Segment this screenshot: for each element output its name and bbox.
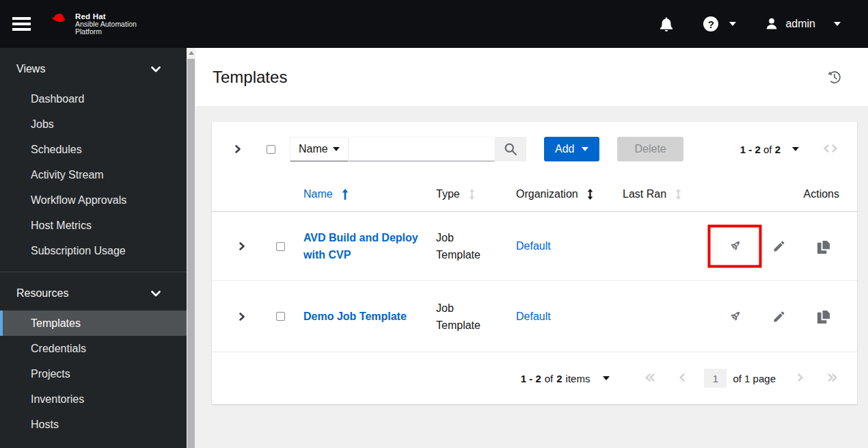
nav-toggle-button[interactable] xyxy=(12,14,33,34)
column-header-name[interactable]: Name xyxy=(295,188,436,200)
filter-key-select[interactable]: Name xyxy=(290,137,349,161)
sidebar-item-templates[interactable]: Templates xyxy=(0,311,187,336)
per-page-dropdown-toggle[interactable] xyxy=(781,147,799,151)
edit-template-button[interactable] xyxy=(771,238,787,254)
chevron-right-icon xyxy=(233,144,243,154)
filter-key-label: Name xyxy=(299,143,328,155)
row-checkbox[interactable] xyxy=(276,312,285,321)
chevron-right-icon xyxy=(237,241,247,251)
search-input[interactable] xyxy=(349,137,495,161)
masthead: Red Hat Ansible Automation Platform ? xyxy=(0,0,868,48)
table-row: AVD Build and Deploy with CVP Job Templa… xyxy=(212,212,857,281)
sort-arrow-up-icon xyxy=(342,189,349,200)
table-toolbar: Name Add Delete 1 - 2 of 2 xyxy=(212,122,857,176)
page-count-label: of 1 page xyxy=(733,373,776,384)
caret-down-icon xyxy=(582,147,588,151)
next-page-button[interactable] xyxy=(830,144,839,155)
chevron-left-icon xyxy=(678,373,686,382)
launch-template-button[interactable] xyxy=(727,308,743,325)
question-circle-icon: ? xyxy=(703,16,718,31)
sidebar-scrollbar[interactable] xyxy=(187,48,195,448)
sidebar-item-inventories[interactable]: Inventories xyxy=(0,386,187,412)
search-submit-button[interactable] xyxy=(495,137,526,161)
row-expand-button[interactable] xyxy=(230,304,254,329)
pencil-icon xyxy=(772,239,786,253)
sidebar-item-jobs[interactable]: Jobs xyxy=(0,111,187,137)
rocket-icon xyxy=(724,235,745,256)
delete-button[interactable]: Delete xyxy=(617,137,683,161)
next-page-button[interactable] xyxy=(796,373,804,384)
nav-section-views[interactable]: Views xyxy=(0,57,187,81)
copy-template-button[interactable] xyxy=(815,308,832,325)
pagination-of: of xyxy=(763,144,772,155)
table-row: Demo Job Template Job Template Default xyxy=(212,281,857,352)
redhat-fedora-icon xyxy=(53,14,70,25)
sort-both-icon xyxy=(469,189,475,200)
bottom-pagination: 1 - 2 of 2 items 1 of 1 page xyxy=(212,352,857,404)
last-page-button[interactable] xyxy=(826,373,839,384)
scrollbar-thumb[interactable] xyxy=(187,59,195,448)
sidebar-item-host-metrics[interactable]: Host Metrics xyxy=(0,213,187,238)
pencil-icon xyxy=(772,310,786,324)
table-header-row: Name Type Organization Last Ran Actions xyxy=(212,176,857,212)
first-page-button[interactable] xyxy=(644,373,656,384)
caret-down-icon xyxy=(729,22,736,26)
page-title: Templates xyxy=(213,68,287,87)
column-header-organization[interactable]: Organization xyxy=(516,188,623,200)
per-page-dropdown-toggle[interactable] xyxy=(593,376,610,380)
template-name-link[interactable]: AVD Build and Deploy with CVP xyxy=(303,229,421,263)
scroll-up-arrow-icon xyxy=(189,51,194,55)
select-all-checkbox[interactable] xyxy=(267,145,275,154)
templates-card: Name Add Delete 1 - 2 of 2 xyxy=(212,122,857,404)
copy-template-button[interactable] xyxy=(815,238,832,254)
chevron-right-icon xyxy=(237,312,247,321)
sidebar-item-dashboard[interactable]: Dashboard xyxy=(0,86,187,111)
sidebar-item-workflow-approvals[interactable]: Workflow Approvals xyxy=(0,187,187,213)
sidebar-item-activity-stream[interactable]: Activity Stream xyxy=(0,162,187,187)
activity-history-button[interactable] xyxy=(827,70,842,85)
prev-page-button[interactable] xyxy=(822,144,830,155)
scrollbar-up-button[interactable] xyxy=(187,48,195,58)
search-icon xyxy=(504,142,517,156)
organization-link[interactable]: Default xyxy=(516,240,623,252)
organization-link[interactable]: Default xyxy=(516,311,623,323)
column-header-last-ran[interactable]: Last Ran xyxy=(623,188,718,200)
user-name: admin xyxy=(785,18,815,30)
help-dropdown-toggle[interactable] xyxy=(729,22,736,26)
help-button[interactable]: ? xyxy=(703,16,718,31)
prev-page-button[interactable] xyxy=(678,373,686,384)
launch-template-button[interactable] xyxy=(727,238,743,254)
rocket-icon xyxy=(724,306,745,327)
pagination-summary: 1 - 2 of 2 xyxy=(740,144,781,155)
sidebar-item-hosts[interactable]: Hosts xyxy=(0,412,187,437)
notifications-button[interactable] xyxy=(660,16,673,32)
nav-section-resources[interactable]: Resources xyxy=(0,282,187,305)
sidebar-item-credentials[interactable]: Credentials xyxy=(0,336,187,361)
user-menu-button[interactable]: admin xyxy=(765,17,841,31)
row-expand-button[interactable] xyxy=(230,234,254,259)
brand-line3: Platform xyxy=(75,28,137,36)
template-type: Job Template xyxy=(436,300,488,334)
template-name-link[interactable]: Demo Job Template xyxy=(303,308,421,325)
caret-down-icon xyxy=(603,376,610,380)
chevron-down-icon xyxy=(151,66,161,73)
chevron-down-icon xyxy=(151,291,161,297)
pagination-total: 2 xyxy=(556,373,562,384)
add-button[interactable]: Add xyxy=(544,137,599,161)
user-icon xyxy=(765,17,778,31)
row-checkbox[interactable] xyxy=(276,242,285,251)
bell-icon xyxy=(660,16,673,32)
sidebar-item-schedules[interactable]: Schedules xyxy=(0,137,187,162)
edit-template-button[interactable] xyxy=(771,308,787,325)
sidebar-item-subscription-usage[interactable]: Subscription Usage xyxy=(0,238,187,263)
expand-all-button[interactable] xyxy=(226,137,250,161)
pagination-total: 2 xyxy=(775,144,781,155)
pagination-range: 1 - 2 xyxy=(740,144,761,155)
top-pagination: 1 - 2 of 2 xyxy=(740,144,839,155)
column-header-type[interactable]: Type xyxy=(436,188,516,200)
caret-down-icon xyxy=(834,22,841,26)
page-header: Templates xyxy=(195,48,868,106)
current-page-input[interactable]: 1 xyxy=(704,369,727,388)
sidebar-nav: Views Dashboard Jobs Schedules Activity … xyxy=(0,48,187,448)
sidebar-item-projects[interactable]: Projects xyxy=(0,361,187,386)
